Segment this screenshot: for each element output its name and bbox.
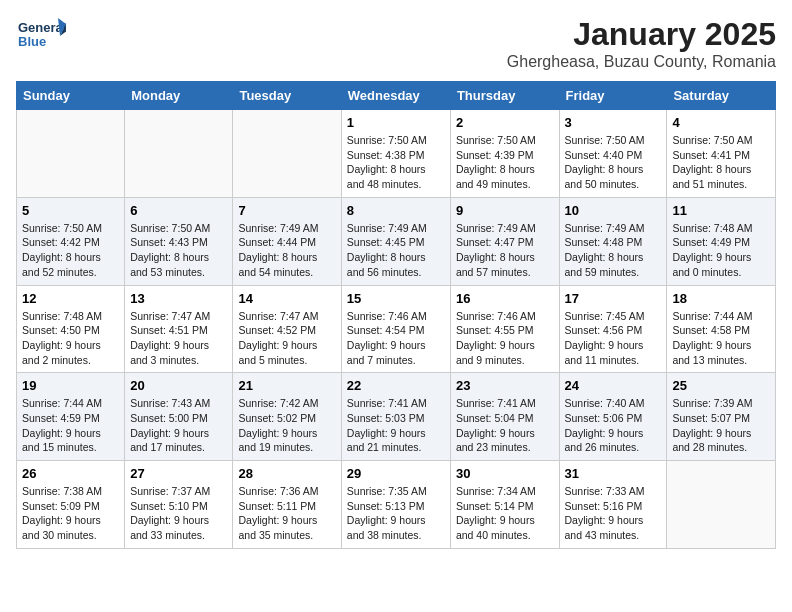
week-row-3: 12Sunrise: 7:48 AM Sunset: 4:50 PM Dayli…: [17, 285, 776, 373]
day-number: 20: [130, 378, 227, 393]
day-number: 23: [456, 378, 554, 393]
weekday-friday: Friday: [559, 82, 667, 110]
day-info: Sunrise: 7:45 AM Sunset: 4:56 PM Dayligh…: [565, 309, 662, 368]
day-info: Sunrise: 7:34 AM Sunset: 5:14 PM Dayligh…: [456, 484, 554, 543]
day-info: Sunrise: 7:41 AM Sunset: 5:04 PM Dayligh…: [456, 396, 554, 455]
day-number: 19: [22, 378, 119, 393]
weekday-saturday: Saturday: [667, 82, 776, 110]
day-number: 9: [456, 203, 554, 218]
cell-w2-d2: 6Sunrise: 7:50 AM Sunset: 4:43 PM Daylig…: [125, 197, 233, 285]
day-number: 11: [672, 203, 770, 218]
day-info: Sunrise: 7:42 AM Sunset: 5:02 PM Dayligh…: [238, 396, 335, 455]
day-number: 30: [456, 466, 554, 481]
cell-w3-d6: 17Sunrise: 7:45 AM Sunset: 4:56 PM Dayli…: [559, 285, 667, 373]
day-number: 7: [238, 203, 335, 218]
cell-w2-d6: 10Sunrise: 7:49 AM Sunset: 4:48 PM Dayli…: [559, 197, 667, 285]
cell-w4-d1: 19Sunrise: 7:44 AM Sunset: 4:59 PM Dayli…: [17, 373, 125, 461]
day-number: 4: [672, 115, 770, 130]
day-info: Sunrise: 7:50 AM Sunset: 4:39 PM Dayligh…: [456, 133, 554, 192]
day-info: Sunrise: 7:50 AM Sunset: 4:43 PM Dayligh…: [130, 221, 227, 280]
day-number: 28: [238, 466, 335, 481]
day-info: Sunrise: 7:43 AM Sunset: 5:00 PM Dayligh…: [130, 396, 227, 455]
day-number: 12: [22, 291, 119, 306]
day-info: Sunrise: 7:47 AM Sunset: 4:52 PM Dayligh…: [238, 309, 335, 368]
day-number: 2: [456, 115, 554, 130]
day-info: Sunrise: 7:49 AM Sunset: 4:45 PM Dayligh…: [347, 221, 445, 280]
cell-w3-d5: 16Sunrise: 7:46 AM Sunset: 4:55 PM Dayli…: [450, 285, 559, 373]
calendar-table: SundayMondayTuesdayWednesdayThursdayFrid…: [16, 81, 776, 549]
day-info: Sunrise: 7:50 AM Sunset: 4:41 PM Dayligh…: [672, 133, 770, 192]
cell-w3-d2: 13Sunrise: 7:47 AM Sunset: 4:51 PM Dayli…: [125, 285, 233, 373]
day-info: Sunrise: 7:50 AM Sunset: 4:40 PM Dayligh…: [565, 133, 662, 192]
day-info: Sunrise: 7:35 AM Sunset: 5:13 PM Dayligh…: [347, 484, 445, 543]
day-number: 15: [347, 291, 445, 306]
day-number: 22: [347, 378, 445, 393]
day-info: Sunrise: 7:48 AM Sunset: 4:49 PM Dayligh…: [672, 221, 770, 280]
cell-w3-d3: 14Sunrise: 7:47 AM Sunset: 4:52 PM Dayli…: [233, 285, 341, 373]
day-number: 29: [347, 466, 445, 481]
weekday-tuesday: Tuesday: [233, 82, 341, 110]
weekday-wednesday: Wednesday: [341, 82, 450, 110]
day-info: Sunrise: 7:33 AM Sunset: 5:16 PM Dayligh…: [565, 484, 662, 543]
cell-w3-d7: 18Sunrise: 7:44 AM Sunset: 4:58 PM Dayli…: [667, 285, 776, 373]
week-row-2: 5Sunrise: 7:50 AM Sunset: 4:42 PM Daylig…: [17, 197, 776, 285]
weekday-monday: Monday: [125, 82, 233, 110]
cell-w5-d3: 28Sunrise: 7:36 AM Sunset: 5:11 PM Dayli…: [233, 461, 341, 549]
day-number: 17: [565, 291, 662, 306]
day-number: 16: [456, 291, 554, 306]
day-info: Sunrise: 7:39 AM Sunset: 5:07 PM Dayligh…: [672, 396, 770, 455]
day-number: 6: [130, 203, 227, 218]
cell-w5-d7: [667, 461, 776, 549]
week-row-4: 19Sunrise: 7:44 AM Sunset: 4:59 PM Dayli…: [17, 373, 776, 461]
cell-w4-d3: 21Sunrise: 7:42 AM Sunset: 5:02 PM Dayli…: [233, 373, 341, 461]
week-row-5: 26Sunrise: 7:38 AM Sunset: 5:09 PM Dayli…: [17, 461, 776, 549]
cell-w5-d4: 29Sunrise: 7:35 AM Sunset: 5:13 PM Dayli…: [341, 461, 450, 549]
day-info: Sunrise: 7:37 AM Sunset: 5:10 PM Dayligh…: [130, 484, 227, 543]
day-number: 24: [565, 378, 662, 393]
day-info: Sunrise: 7:49 AM Sunset: 4:44 PM Dayligh…: [238, 221, 335, 280]
day-info: Sunrise: 7:38 AM Sunset: 5:09 PM Dayligh…: [22, 484, 119, 543]
svg-text:Blue: Blue: [18, 34, 46, 49]
day-info: Sunrise: 7:44 AM Sunset: 4:58 PM Dayligh…: [672, 309, 770, 368]
day-info: Sunrise: 7:50 AM Sunset: 4:42 PM Dayligh…: [22, 221, 119, 280]
cell-w4-d6: 24Sunrise: 7:40 AM Sunset: 5:06 PM Dayli…: [559, 373, 667, 461]
cell-w5-d2: 27Sunrise: 7:37 AM Sunset: 5:10 PM Dayli…: [125, 461, 233, 549]
cell-w5-d5: 30Sunrise: 7:34 AM Sunset: 5:14 PM Dayli…: [450, 461, 559, 549]
cell-w5-d6: 31Sunrise: 7:33 AM Sunset: 5:16 PM Dayli…: [559, 461, 667, 549]
location-subtitle: Ghergheasa, Buzau County, Romania: [507, 53, 776, 71]
day-number: 18: [672, 291, 770, 306]
day-info: Sunrise: 7:50 AM Sunset: 4:38 PM Dayligh…: [347, 133, 445, 192]
cell-w5-d1: 26Sunrise: 7:38 AM Sunset: 5:09 PM Dayli…: [17, 461, 125, 549]
cell-w2-d1: 5Sunrise: 7:50 AM Sunset: 4:42 PM Daylig…: [17, 197, 125, 285]
day-info: Sunrise: 7:41 AM Sunset: 5:03 PM Dayligh…: [347, 396, 445, 455]
cell-w3-d4: 15Sunrise: 7:46 AM Sunset: 4:54 PM Dayli…: [341, 285, 450, 373]
cell-w1-d5: 2Sunrise: 7:50 AM Sunset: 4:39 PM Daylig…: [450, 110, 559, 198]
logo: General Blue: [16, 16, 66, 58]
day-info: Sunrise: 7:49 AM Sunset: 4:48 PM Dayligh…: [565, 221, 662, 280]
cell-w1-d3: [233, 110, 341, 198]
day-number: 14: [238, 291, 335, 306]
day-number: 13: [130, 291, 227, 306]
title-block: January 2025 Ghergheasa, Buzau County, R…: [507, 16, 776, 71]
day-info: Sunrise: 7:46 AM Sunset: 4:54 PM Dayligh…: [347, 309, 445, 368]
day-info: Sunrise: 7:46 AM Sunset: 4:55 PM Dayligh…: [456, 309, 554, 368]
cell-w1-d7: 4Sunrise: 7:50 AM Sunset: 4:41 PM Daylig…: [667, 110, 776, 198]
cell-w4-d7: 25Sunrise: 7:39 AM Sunset: 5:07 PM Dayli…: [667, 373, 776, 461]
cell-w2-d3: 7Sunrise: 7:49 AM Sunset: 4:44 PM Daylig…: [233, 197, 341, 285]
day-info: Sunrise: 7:44 AM Sunset: 4:59 PM Dayligh…: [22, 396, 119, 455]
cell-w4-d5: 23Sunrise: 7:41 AM Sunset: 5:04 PM Dayli…: [450, 373, 559, 461]
day-number: 21: [238, 378, 335, 393]
weekday-header-row: SundayMondayTuesdayWednesdayThursdayFrid…: [17, 82, 776, 110]
weekday-thursday: Thursday: [450, 82, 559, 110]
week-row-1: 1Sunrise: 7:50 AM Sunset: 4:38 PM Daylig…: [17, 110, 776, 198]
day-info: Sunrise: 7:48 AM Sunset: 4:50 PM Dayligh…: [22, 309, 119, 368]
cell-w1-d6: 3Sunrise: 7:50 AM Sunset: 4:40 PM Daylig…: [559, 110, 667, 198]
cell-w3-d1: 12Sunrise: 7:48 AM Sunset: 4:50 PM Dayli…: [17, 285, 125, 373]
day-number: 31: [565, 466, 662, 481]
cell-w2-d4: 8Sunrise: 7:49 AM Sunset: 4:45 PM Daylig…: [341, 197, 450, 285]
day-number: 5: [22, 203, 119, 218]
day-number: 26: [22, 466, 119, 481]
day-info: Sunrise: 7:36 AM Sunset: 5:11 PM Dayligh…: [238, 484, 335, 543]
month-title: January 2025: [507, 16, 776, 53]
day-number: 25: [672, 378, 770, 393]
